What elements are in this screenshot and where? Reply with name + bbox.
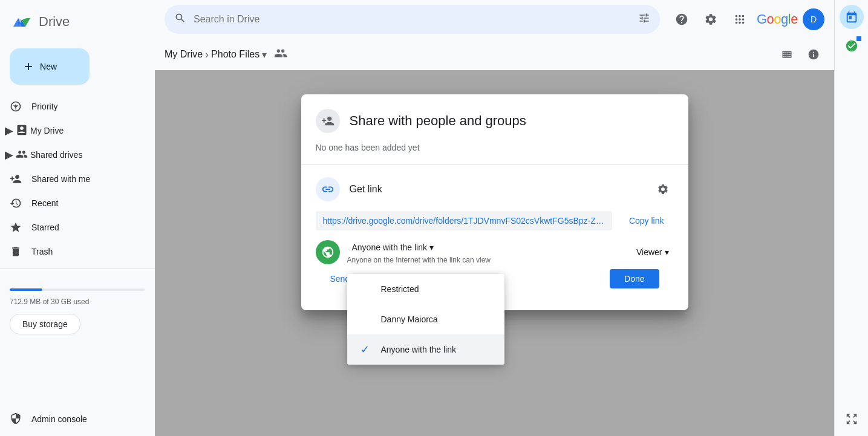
- breadcrumb-my-drive[interactable]: My Drive: [165, 49, 203, 60]
- right-panel-expand-icon[interactable]: [840, 407, 864, 431]
- breadcrumb: My Drive › Photo Files ▾: [155, 39, 834, 70]
- plus-icon: +: [24, 58, 33, 75]
- chevron-right-icon2: ▶: [5, 148, 13, 161]
- get-link-settings-button[interactable]: [652, 178, 674, 200]
- share-no-one-text: No one has been added yet: [316, 143, 674, 152]
- copy-link-button[interactable]: Copy link: [619, 211, 674, 230]
- dropdown-item-danny[interactable]: ✓ Danny Maiorca: [347, 304, 504, 334]
- info-icon-button[interactable]: [803, 44, 824, 65]
- sidebar-divider: [0, 268, 155, 269]
- sidebar-item-shared-with-me[interactable]: Shared with me: [0, 167, 145, 191]
- viewer-label: Viewer: [636, 247, 662, 257]
- search-bar[interactable]: [165, 5, 660, 34]
- right-panel-calendar-icon[interactable]: [840, 5, 864, 29]
- breadcrumb-dropdown-icon[interactable]: ▾: [262, 49, 267, 60]
- link-access-row: Anyone with the link ▾ Anyone on the Int…: [316, 240, 674, 264]
- sidebar-item-shared-with-me-label: Shared with me: [31, 174, 90, 184]
- dropdown-restricted-label: Restricted: [381, 284, 419, 294]
- topbar: Google D: [155, 0, 834, 39]
- access-dropdown-menu: ✓ Restricted ✓ Danny Maiorca ✓: [347, 274, 504, 365]
- recent-icon: [10, 197, 22, 209]
- right-panel: [834, 0, 868, 436]
- apps-icon-button[interactable]: [728, 7, 752, 31]
- my-drive-icon: [16, 124, 28, 138]
- help-icon-button[interactable]: [670, 7, 694, 31]
- link-url[interactable]: https://drive.google.com/drive/folders/1…: [316, 211, 612, 230]
- get-link-icon: [316, 177, 340, 201]
- app-title: Drive: [39, 14, 70, 30]
- search-options-icon[interactable]: [638, 12, 650, 27]
- buy-storage-button[interactable]: Buy storage: [10, 314, 80, 334]
- link-row: https://drive.google.com/drive/folders/1…: [316, 211, 674, 230]
- task-badge: [857, 36, 861, 41]
- breadcrumb-people-icon[interactable]: [274, 47, 287, 63]
- storage-bar-background: [10, 288, 145, 291]
- admin-icon: [10, 412, 22, 426]
- get-link-title: Get link: [350, 184, 382, 195]
- sidebar-item-starred[interactable]: Starred: [0, 215, 145, 239]
- user-avatar[interactable]: D: [803, 8, 824, 30]
- storage-bar-fill: [10, 288, 42, 291]
- sidebar-item-priority-label: Priority: [31, 102, 58, 111]
- sidebar-item-admin[interactable]: Admin console: [0, 407, 155, 431]
- starred-icon: [10, 221, 22, 233]
- sidebar-item-trash-label: Trash: [31, 247, 53, 256]
- breadcrumb-current: Photo Files ▾: [211, 49, 267, 60]
- viewer-dropdown-arrow: ▾: [665, 247, 669, 257]
- dropdown-item-restricted[interactable]: ✓ Restricted: [347, 274, 504, 304]
- sidebar-item-recent-label: Recent: [31, 198, 58, 208]
- search-input[interactable]: [194, 14, 631, 25]
- app-logo[interactable]: Drive: [0, 5, 155, 44]
- priority-icon: [10, 100, 22, 112]
- new-button[interactable]: + New: [10, 48, 90, 85]
- breadcrumb-actions: [776, 44, 824, 65]
- trash-icon: [10, 246, 22, 258]
- sidebar-item-priority[interactable]: Priority: [0, 94, 145, 119]
- grid-view-icon-button[interactable]: [776, 44, 798, 65]
- right-panel-task-icon[interactable]: [840, 34, 864, 58]
- share-dialog-top: Share with people and groups No one has …: [301, 94, 688, 164]
- topbar-icons: Google D: [670, 7, 824, 31]
- sidebar-item-shared-drives[interactable]: ▶ Shared drives: [0, 143, 145, 167]
- dropdown-anyone-label: Anyone with the link: [381, 345, 457, 354]
- sidebar: Drive + New Priority ▶ My Drive ▶: [0, 0, 155, 436]
- link-access-info: Anyone with the link ▾ Anyone on the Int…: [347, 240, 624, 264]
- sidebar-item-shared-drives-label: Shared drives: [30, 150, 82, 160]
- main-content: Google D My Drive › Photo Files ▾: [155, 0, 834, 436]
- done-button[interactable]: Done: [610, 269, 659, 288]
- google-logo: Google: [757, 11, 798, 27]
- get-link-header: Get link: [316, 177, 674, 201]
- link-access-globe-icon: [316, 240, 340, 264]
- breadcrumb-separator: ›: [205, 48, 209, 61]
- share-add-person-icon: [316, 109, 340, 133]
- sidebar-item-recent[interactable]: Recent: [0, 191, 145, 215]
- shared-drives-icon: [16, 148, 28, 162]
- sidebar-item-trash[interactable]: Trash: [0, 239, 145, 264]
- dropdown-item-anyone[interactable]: ✓ Anyone with the link: [347, 334, 504, 365]
- sidebar-item-my-drive-label: My Drive: [30, 126, 64, 135]
- shared-with-me-icon: [10, 173, 22, 185]
- new-button-label: New: [40, 62, 57, 71]
- content-area: Share with people and groups No one has …: [155, 70, 834, 436]
- sidebar-item-my-drive[interactable]: ▶ My Drive: [0, 119, 145, 143]
- link-access-description: Anyone on the Internet with the link can…: [347, 256, 624, 264]
- share-dialog-header: Share with people and groups: [316, 109, 674, 133]
- sidebar-nav: Priority ▶ My Drive ▶ Shared drives Shar…: [0, 94, 155, 407]
- modal-overlay: Share with people and groups No one has …: [155, 70, 834, 436]
- share-dialog-title: Share with people and groups: [350, 113, 526, 129]
- dropdown-check-anyone: ✓: [359, 343, 371, 356]
- sidebar-item-admin-label: Admin console: [31, 414, 87, 424]
- viewer-dropdown-button[interactable]: Viewer ▾: [631, 245, 674, 259]
- share-dialog: Share with people and groups No one has …: [301, 94, 688, 310]
- storage-text: 712.9 MB of 30 GB used: [10, 298, 89, 306]
- storage-section: 712.9 MB of 30 GB used Buy storage: [0, 274, 155, 344]
- settings-icon-button[interactable]: [699, 7, 723, 31]
- link-access-dropdown-button[interactable]: Anyone with the link ▾: [347, 240, 439, 255]
- get-link-section: Get link https://drive.google.com/drive/…: [301, 165, 688, 310]
- dropdown-arrow-icon: ▾: [429, 242, 434, 252]
- sidebar-item-starred-label: Starred: [31, 223, 59, 232]
- dropdown-danny-label: Danny Maiorca: [381, 314, 438, 324]
- chevron-right-icon: ▶: [5, 124, 13, 137]
- link-access-current-label: Anyone with the link: [352, 242, 428, 252]
- breadcrumb-folder-name: Photo Files: [211, 49, 259, 60]
